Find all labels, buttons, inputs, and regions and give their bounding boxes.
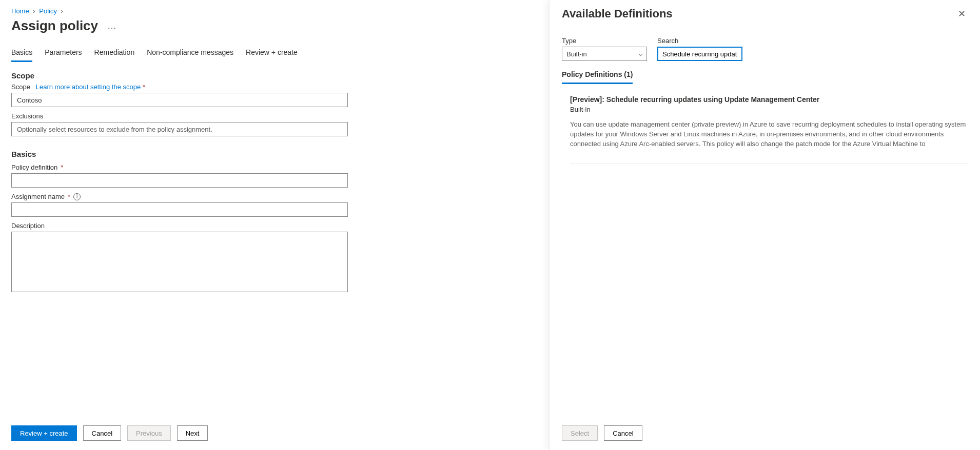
- breadcrumb-sep-icon: ›: [61, 7, 63, 15]
- search-label: Search: [657, 37, 742, 45]
- previous-button: Previous: [127, 425, 171, 441]
- flyout-cancel-button[interactable]: Cancel: [604, 425, 642, 441]
- breadcrumb: Home › Policy ›: [11, 7, 348, 15]
- basics-heading: Basics: [11, 150, 348, 158]
- definition-description: You can use update management center (pr…: [570, 120, 968, 149]
- assignment-name-input[interactable]: [11, 202, 348, 217]
- more-icon[interactable]: …: [107, 21, 117, 31]
- policy-definition-input[interactable]: [11, 173, 348, 188]
- page-title: Assign policy: [11, 18, 98, 34]
- breadcrumb-sep-icon: ›: [33, 7, 35, 15]
- cancel-button[interactable]: Cancel: [83, 425, 121, 441]
- tab-parameters[interactable]: Parameters: [45, 48, 82, 62]
- search-input[interactable]: [657, 47, 742, 61]
- section-basics: Basics Policy definition * Assignment na…: [11, 150, 348, 294]
- next-button[interactable]: Next: [177, 425, 208, 441]
- description-label: Description: [11, 222, 45, 230]
- required-indicator: *: [61, 163, 63, 171]
- required-indicator: *: [143, 83, 145, 91]
- section-scope: Scope Scope Learn more about setting the…: [11, 71, 348, 136]
- breadcrumb-policy[interactable]: Policy: [39, 7, 57, 15]
- scope-learn-more-link[interactable]: Learn more about setting the scope: [36, 83, 141, 91]
- type-select-value: Built-in: [566, 50, 587, 58]
- select-button: Select: [562, 425, 598, 441]
- tab-policy-definitions[interactable]: Policy Definitions (1): [562, 70, 633, 84]
- type-select[interactable]: Built-in ⌵: [562, 47, 647, 61]
- policy-definition-label: Policy definition: [11, 163, 57, 171]
- tab-remediation[interactable]: Remediation: [94, 48, 135, 62]
- footer-buttons: Review + create Cancel Previous Next: [11, 418, 348, 450]
- assign-policy-pane: Home › Policy › Assign policy … Basics P…: [0, 0, 359, 450]
- scope-input[interactable]: [11, 93, 348, 107]
- description-textarea[interactable]: [11, 232, 348, 292]
- definition-result[interactable]: [Preview]: Schedule recurring updates us…: [570, 88, 968, 158]
- divider: [570, 163, 968, 163]
- assignment-name-label: Assignment name: [11, 193, 65, 200]
- tab-basics[interactable]: Basics: [11, 48, 32, 62]
- exclusions-label: Exclusions: [11, 112, 348, 120]
- flyout-title: Available Definitions: [562, 7, 673, 21]
- chevron-down-icon: ⌵: [639, 50, 642, 57]
- required-indicator: *: [68, 193, 70, 200]
- tab-review[interactable]: Review + create: [246, 48, 298, 62]
- flyout-footer: Select Cancel: [550, 418, 980, 450]
- tab-noncompliance[interactable]: Non-compliance messages: [147, 48, 233, 62]
- info-icon[interactable]: i: [73, 193, 81, 200]
- close-icon[interactable]: ✕: [956, 7, 968, 21]
- definition-type: Built-in: [570, 106, 968, 113]
- breadcrumb-home[interactable]: Home: [11, 7, 29, 15]
- definitions-list: [Preview]: Schedule recurring updates us…: [550, 84, 980, 163]
- available-definitions-panel: Available Definitions ✕ Type Built-in ⌵ …: [549, 0, 980, 450]
- review-create-button[interactable]: Review + create: [11, 425, 77, 441]
- scope-heading: Scope: [11, 71, 348, 80]
- type-label: Type: [562, 37, 647, 45]
- scope-label: Scope: [11, 83, 30, 91]
- definition-title: [Preview]: Schedule recurring updates us…: [570, 95, 968, 104]
- exclusions-input[interactable]: [11, 122, 348, 136]
- tabs: Basics Parameters Remediation Non-compli…: [11, 48, 348, 62]
